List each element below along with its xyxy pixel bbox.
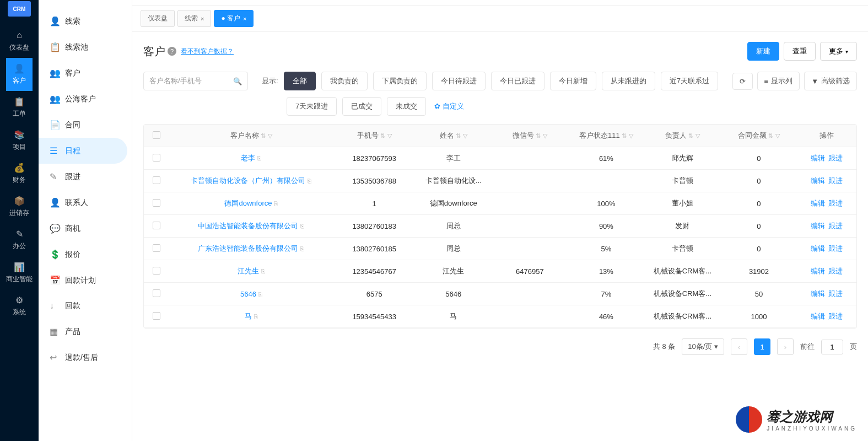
customer-name-link[interactable]: 江先生⎘ [169, 260, 333, 283]
customer-name-link[interactable]: 马⎘ [169, 305, 333, 328]
filter-icon[interactable]: ▽ [696, 132, 700, 139]
nav-item-工单[interactable]: 📋工单 [6, 91, 33, 124]
filter-chip-未成交[interactable]: 未成交 [387, 97, 426, 116]
next-page-button[interactable]: › [777, 338, 794, 355]
follow-link[interactable]: 跟进 [828, 244, 843, 252]
sidebar-item-回款计划[interactable]: 📅回款计划 [39, 267, 132, 293]
follow-link[interactable]: 跟进 [828, 289, 843, 298]
sidebar-item-线索池[interactable]: 📋线索池 [39, 34, 132, 60]
customer-name-link[interactable]: 中国浩达智能装备股份有限公司⎘ [169, 215, 333, 238]
nav-item-财务[interactable]: 💰财务 [6, 157, 33, 190]
copy-icon[interactable]: ⎘ [258, 291, 262, 298]
edit-link[interactable]: 编辑 [811, 289, 825, 298]
sidebar-item-客户[interactable]: 👥客户 [39, 60, 132, 86]
row-checkbox[interactable] [153, 222, 160, 229]
sidebar-item-报价[interactable]: 💲报价 [39, 241, 132, 267]
page-1-button[interactable]: 1 [754, 338, 770, 355]
more-button[interactable]: 更多▾ [820, 42, 857, 61]
filter-chip-我负责的[interactable]: 我负责的 [321, 72, 368, 90]
customer-name-link[interactable]: 老李⎘ [169, 147, 333, 170]
nav-item-办公[interactable]: ✎办公 [6, 223, 33, 256]
sidebar-item-公海客户[interactable]: 👥公海客户 [39, 86, 132, 112]
close-icon[interactable]: × [201, 15, 204, 22]
edit-link[interactable]: 编辑 [811, 222, 825, 230]
column-header-微信号[interactable]: 微信号 ⇅ ▽ [492, 125, 568, 147]
filter-icon[interactable]: ▽ [463, 132, 467, 139]
follow-link[interactable]: 跟进 [828, 267, 843, 275]
row-checkbox[interactable] [153, 176, 160, 184]
copy-icon[interactable]: ⎘ [257, 155, 261, 162]
tab-● 客户[interactable]: ● 客户× [214, 10, 254, 27]
copy-icon[interactable]: ⎘ [300, 245, 304, 252]
customer-name-link[interactable]: 德国downforce⎘ [169, 192, 333, 215]
page-size-select[interactable]: 10条/页 ▾ [682, 338, 724, 355]
filter-icon[interactable]: ▽ [268, 132, 272, 139]
filter-chip-7天未跟进[interactable]: 7天未跟进 [287, 97, 337, 116]
edit-link[interactable]: 编辑 [811, 244, 825, 252]
follow-link[interactable]: 跟进 [828, 154, 843, 162]
edit-link[interactable]: 编辑 [811, 312, 825, 320]
columns-button[interactable]: ≡显示列 [757, 72, 800, 90]
customer-name-link[interactable]: 卡普顿自动化设备（广州）有限公司⎘ [169, 170, 333, 192]
column-header-手机号[interactable]: 手机号 ⇅ ▽ [333, 125, 416, 147]
row-checkbox[interactable] [153, 267, 160, 275]
select-all-checkbox[interactable] [153, 131, 160, 139]
refresh-button[interactable]: ⟳ [732, 73, 753, 90]
filter-chip-今日待跟进[interactable]: 今日待跟进 [432, 72, 486, 90]
row-checkbox[interactable] [153, 244, 160, 252]
sidebar-item-联系人[interactable]: 👤联系人 [39, 190, 132, 216]
column-header-客户状态111[interactable]: 客户状态111 ⇅ ▽ [568, 125, 645, 147]
row-checkbox[interactable] [153, 312, 160, 320]
row-checkbox[interactable] [153, 289, 160, 297]
sidebar-item-合同[interactable]: 📄合同 [39, 112, 132, 138]
nav-item-项目[interactable]: 📚项目 [6, 124, 33, 157]
filter-chip-今日新增[interactable]: 今日新增 [550, 72, 596, 90]
follow-link[interactable]: 跟进 [828, 199, 843, 207]
column-header-姓名[interactable]: 姓名 ⇅ ▽ [416, 125, 492, 147]
copy-icon[interactable]: ⎘ [261, 268, 265, 275]
filter-chip-近7天联系过[interactable]: 近7天联系过 [661, 72, 718, 90]
follow-link[interactable]: 跟进 [828, 312, 843, 320]
customer-name-link[interactable]: 广东浩达智能装备股份有限公司⎘ [169, 238, 333, 260]
reset-button[interactable]: 查重 [784, 42, 816, 61]
new-button[interactable]: 新建 [747, 42, 779, 61]
filter-chip-从未跟进的[interactable]: 从未跟进的 [602, 72, 655, 90]
edit-link[interactable]: 编辑 [811, 267, 825, 275]
tab-线索[interactable]: 线索× [177, 10, 211, 27]
column-header-负责人[interactable]: 负责人 ⇅ ▽ [644, 125, 721, 147]
sidebar-item-退款/售后[interactable]: ↩退款/售后 [39, 345, 132, 370]
page-hint-link[interactable]: 看不到客户数据？ [181, 47, 234, 56]
edit-link[interactable]: 编辑 [811, 154, 825, 162]
sidebar-item-产品[interactable]: ▦产品 [39, 319, 132, 345]
column-header-客户名称[interactable]: 客户名称 ⇅ ▽ [169, 125, 333, 147]
copy-icon[interactable]: ⎘ [308, 178, 311, 184]
advanced-filter-button[interactable]: ▼高级筛选 [804, 72, 857, 90]
nav-item-仪表盘[interactable]: ⌂仪表盘 [6, 25, 33, 58]
sidebar-item-回款[interactable]: ↓回款 [39, 293, 132, 319]
column-header-合同金额[interactable]: 合同金额 ⇅ ▽ [721, 125, 797, 147]
filter-chip-下属负责的[interactable]: 下属负责的 [373, 72, 427, 90]
help-icon[interactable]: ? [168, 47, 176, 56]
copy-icon[interactable]: ⎘ [274, 200, 278, 207]
search-input[interactable]: 客户名称/手机号 🔍 [143, 72, 248, 90]
nav-item-进销存[interactable]: 📦进销存 [6, 190, 33, 223]
customer-name-link[interactable]: 5646⎘ [169, 283, 333, 305]
edit-link[interactable]: 编辑 [811, 176, 825, 185]
copy-icon[interactable]: ⎘ [300, 223, 304, 229]
filter-icon[interactable]: ▽ [775, 132, 780, 139]
nav-item-商业智能[interactable]: 📊商业智能 [6, 256, 33, 289]
follow-link[interactable]: 跟进 [828, 176, 843, 185]
filter-icon[interactable]: ▽ [543, 132, 547, 139]
row-checkbox[interactable] [153, 154, 160, 162]
nav-item-系统[interactable]: ⚙系统 [6, 289, 33, 322]
follow-link[interactable]: 跟进 [828, 222, 843, 230]
filter-chip-全部[interactable]: 全部 [284, 72, 316, 90]
filter-chip-已成交[interactable]: 已成交 [342, 97, 381, 116]
nav-item-客户[interactable]: 👤客户 [6, 58, 33, 91]
filter-chip-今日已跟进[interactable]: 今日已跟进 [491, 72, 544, 90]
sidebar-item-日程[interactable]: ☰日程 [39, 138, 127, 164]
sidebar-item-跟进[interactable]: ✎跟进 [39, 164, 132, 190]
goto-page-input[interactable] [821, 340, 843, 354]
copy-icon[interactable]: ⎘ [254, 313, 258, 320]
filter-icon[interactable]: ▽ [629, 132, 633, 139]
